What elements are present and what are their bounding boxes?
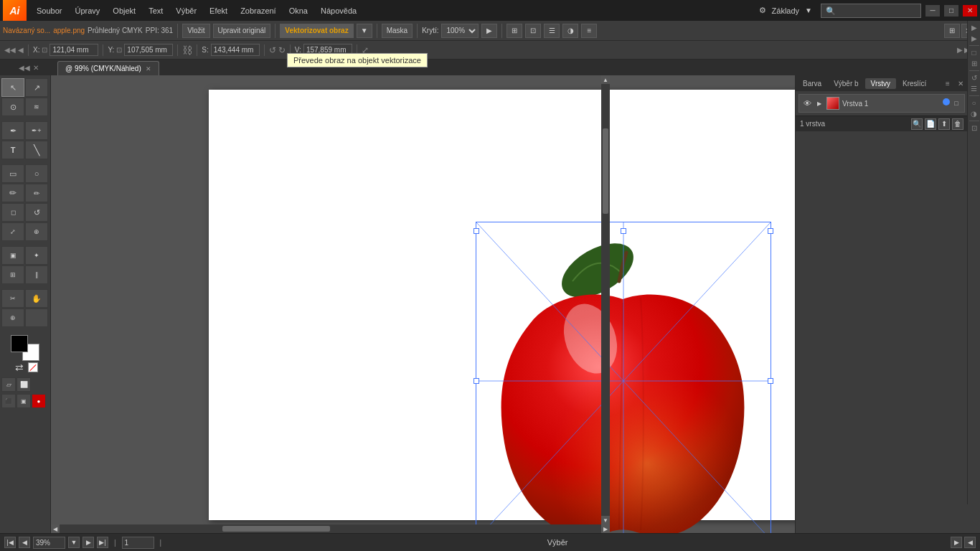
normal-mode-btn[interactable]: ⬛ <box>1 394 16 408</box>
rs-icon-3[interactable]: □ <box>971 49 976 57</box>
rs-icon-2[interactable]: ▶ <box>971 34 977 42</box>
status-nav-next[interactable]: ▶ <box>83 537 94 548</box>
scroll-up-btn[interactable]: ▲ <box>601 75 610 84</box>
none-color-icon[interactable] <box>28 362 38 372</box>
brush-tool[interactable]: ✏ <box>1 184 24 202</box>
handle-mid-left[interactable] <box>473 378 479 384</box>
vektorize-dropdown-btn[interactable]: ▼ <box>357 24 372 38</box>
layer-move-up-icon[interactable]: ⬆ <box>938 118 950 130</box>
status-right-icon-1[interactable]: ▶ <box>951 537 962 548</box>
warp-tool[interactable]: ≋ <box>25 98 48 116</box>
rpanel-menu-icon[interactable]: ≡ <box>942 77 953 89</box>
vektorize-button[interactable]: Vektorizovat obraz <box>280 24 353 38</box>
fill-none-btn[interactable]: ▱ <box>1 377 16 392</box>
workspace-dropdown-icon[interactable]: ▼ <box>805 6 812 14</box>
rs-icon-4[interactable]: ⊞ <box>971 60 977 67</box>
menu-efekt[interactable]: Efekt <box>204 4 233 17</box>
scroll-thumb[interactable] <box>222 526 330 532</box>
rs-icon-8[interactable]: ◑ <box>971 110 977 118</box>
right-nav-icon[interactable]: ▶ <box>957 46 963 54</box>
workspace-label[interactable]: Základy <box>772 6 800 15</box>
layer-trash-icon[interactable]: 🗑 <box>952 118 963 130</box>
align-icon-btn[interactable]: ☰ <box>544 24 560 38</box>
layer-expand-icon[interactable]: ▶ <box>815 99 824 108</box>
add-anchor-tool[interactable]: ✒+ <box>25 121 48 140</box>
layer-lock-icon[interactable]: □ <box>951 98 961 108</box>
lasso-tool[interactable]: ⊙ <box>1 98 24 116</box>
line-tool[interactable]: ╲ <box>25 141 48 159</box>
arrange-icon-btn[interactable]: ⊞ <box>944 24 960 38</box>
layer-add-icon[interactable]: 📄 <box>925 118 936 130</box>
isolation-mode-btn[interactable]: ● <box>32 394 46 408</box>
layer-visibility-icon[interactable]: 👁 <box>802 98 812 108</box>
more-icon-btn[interactable]: ≡ <box>581 24 597 38</box>
apple-image-container[interactable] <box>476 213 773 533</box>
direct-select-tool[interactable]: ↗ <box>25 78 48 97</box>
kryti-select[interactable]: 100% <box>441 24 479 38</box>
scroll-right-btn[interactable]: ▶ <box>601 524 610 533</box>
pen-tool[interactable]: ✒ <box>1 121 24 140</box>
zoom-tool[interactable]: ⊕ <box>1 309 24 327</box>
pencil-tool[interactable]: ✏ <box>25 184 48 202</box>
shapebuilder-tool[interactable]: ⊕ <box>25 222 48 241</box>
layer-search-icon[interactable]: 🔍 <box>911 118 923 130</box>
maximize-button[interactable]: □ <box>944 5 958 17</box>
transform-icon-btn[interactable]: ⊡ <box>525 24 541 38</box>
menu-zobrazeni[interactable]: Zobrazení <box>235 4 282 17</box>
scale-tool[interactable]: ⤢ <box>1 222 24 241</box>
menu-soubor[interactable]: Soubor <box>31 4 67 17</box>
rs-icon-1[interactable]: ▶ <box>971 24 977 32</box>
zoom-input[interactable] <box>33 537 65 549</box>
color-stack[interactable] <box>11 335 39 361</box>
grid-icon-btn[interactable]: ⊞ <box>507 24 522 38</box>
text-tool[interactable]: T <box>1 141 24 159</box>
h-scrollbar[interactable]: ◀ ▶ <box>51 524 610 533</box>
status-nav-first[interactable]: |◀ <box>4 537 16 548</box>
tab-kreslici[interactable]: Kreslící <box>897 78 932 89</box>
nav-left-btn[interactable]: ◀ <box>18 46 24 54</box>
measure-tool[interactable]: ⊞ <box>1 265 24 284</box>
x-value-input[interactable] <box>50 44 98 56</box>
eraser-tool[interactable]: ◻ <box>1 203 24 222</box>
upravit-button[interactable]: Upravit originál <box>213 24 271 38</box>
tab-collapse-icon[interactable]: ◀◀ <box>19 64 30 72</box>
kryti-arrow[interactable]: ▶ <box>481 24 497 38</box>
menu-napoveda[interactable]: Nápověda <box>315 4 362 17</box>
active-tab[interactable]: @ 99% (CMYK/Náhled) ✕ <box>57 61 159 75</box>
tab-barva[interactable]: Barva <box>797 78 827 89</box>
menu-upravy[interactable]: Úpravy <box>69 4 105 17</box>
handle-top-left[interactable] <box>473 228 479 234</box>
v-scroll-thumb[interactable] <box>603 128 608 215</box>
page-input[interactable] <box>122 537 154 549</box>
tab-expand-icon[interactable]: ✕ <box>33 64 39 72</box>
title-search-input[interactable] <box>821 4 921 18</box>
handle-mid-right[interactable] <box>768 378 773 384</box>
tab-vyberb[interactable]: Výběr b <box>828 78 864 89</box>
y-value-input[interactable] <box>124 44 173 56</box>
layer-item-1[interactable]: 👁 ▶ Vrstva 1 □ <box>798 94 965 113</box>
rs-icon-6[interactable]: ☰ <box>971 85 977 93</box>
chart-tool[interactable]: ∥ <box>25 265 48 284</box>
extra-tool[interactable] <box>25 309 48 327</box>
s-value-input[interactable] <box>211 44 260 56</box>
select-tool[interactable]: ↖ <box>1 78 24 97</box>
rect-tool[interactable]: ▭ <box>1 164 24 183</box>
rpanel-close-icon[interactable]: ✕ <box>955 77 966 89</box>
maska-button[interactable]: Maska <box>382 24 413 38</box>
rs-icon-5[interactable]: ↺ <box>971 74 977 82</box>
stroke-none-btn[interactable]: ⬜ <box>17 377 31 392</box>
swap-colors-icon[interactable]: ⇄ <box>13 362 26 372</box>
hand-tool[interactable]: ✋ <box>25 289 48 308</box>
close-button[interactable]: ✕ <box>963 5 977 17</box>
rs-icon-7[interactable]: ○ <box>971 99 976 107</box>
fg-color-swatch[interactable] <box>11 335 28 352</box>
tab-close-btn[interactable]: ✕ <box>146 65 151 72</box>
eyedropper-tool[interactable]: ✦ <box>25 246 48 265</box>
rotate-tool[interactable]: ↺ <box>25 203 48 222</box>
slice-tool[interactable]: ✂ <box>1 289 24 308</box>
menu-vyber[interactable]: Výběr <box>170 4 202 17</box>
screen-mode-btn[interactable]: ▣ <box>17 394 31 408</box>
handle-top-right[interactable] <box>768 228 773 234</box>
opacity-icon-btn[interactable]: ◑ <box>562 24 578 38</box>
canvas-area[interactable]: ◀ ▶ ▲ ▼ <box>51 75 795 533</box>
